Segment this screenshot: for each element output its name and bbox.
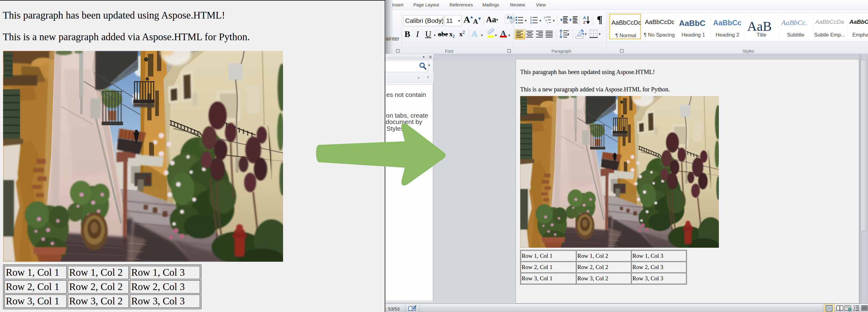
svg-text:1: 1 [544,16,546,19]
svg-text:a: a [546,19,547,22]
svg-text:3: 3 [530,21,532,24]
svg-text:A: A [583,16,586,20]
svg-text:i: i [547,22,548,24]
svg-text:Z: Z [583,20,586,25]
